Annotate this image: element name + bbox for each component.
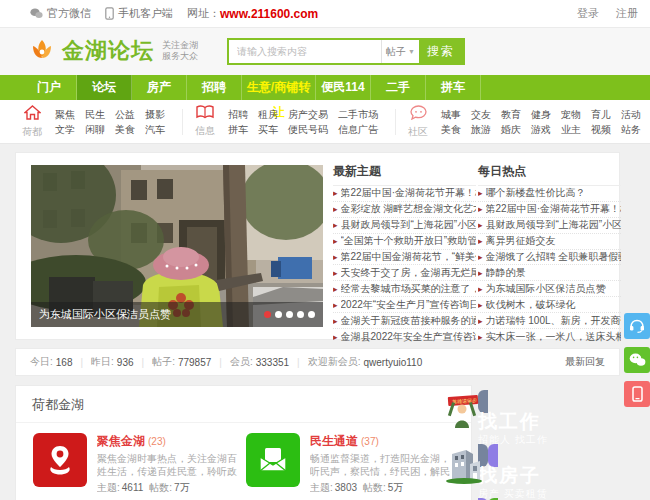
subnav-link[interactable]: 二手市场 bbox=[338, 107, 378, 122]
subnav-link[interactable]: 教育 bbox=[501, 107, 521, 122]
subnav-link[interactable]: 育儿 bbox=[591, 107, 611, 122]
topic-link[interactable]: 砍伐树木，破坏绿化 bbox=[486, 298, 576, 312]
nav-tab[interactable]: 门户 bbox=[22, 75, 77, 100]
topic-link[interactable]: 为东城国际小区保洁员点赞 bbox=[486, 282, 606, 296]
official-wechat-link[interactable]: 官方微信 bbox=[30, 6, 91, 21]
register-link[interactable]: 注册 bbox=[616, 7, 638, 19]
carousel-dot[interactable] bbox=[264, 311, 271, 318]
subnav-link[interactable]: 便民号码 bbox=[288, 122, 328, 137]
float-headset-icon[interactable] bbox=[624, 313, 650, 339]
topic-link[interactable]: 离异男征婚交友 bbox=[486, 234, 556, 248]
topic-item[interactable]: ▸实木床一张，一米八，送床头柜 bbox=[478, 329, 621, 345]
site-url[interactable]: 网址： www.211600.com bbox=[187, 6, 318, 21]
nav-tab[interactable]: 房产 bbox=[132, 75, 187, 100]
subnav-link[interactable]: 文学 bbox=[55, 122, 75, 137]
subnav-link[interactable]: 摄影 bbox=[145, 107, 165, 122]
topic-link[interactable]: 实木床一张，一米八，送床头柜 bbox=[486, 330, 621, 344]
subnav-link[interactable]: 旅游 bbox=[471, 122, 491, 137]
topic-link[interactable]: 静静的景 bbox=[486, 266, 526, 280]
subnav-link[interactable]: 游戏 bbox=[531, 122, 551, 137]
nav-tab[interactable]: 论坛 bbox=[77, 75, 132, 100]
topic-item[interactable]: ▸2022年“安全生产月”宣传咨询日活动 bbox=[333, 297, 476, 313]
carousel-dot[interactable] bbox=[308, 311, 315, 318]
nav-tab[interactable]: 招聘 bbox=[187, 75, 242, 100]
topic-item[interactable]: ▸为东城国际小区保洁员点赞 bbox=[478, 281, 621, 297]
subnav-link[interactable]: 汽车 bbox=[145, 122, 165, 137]
search-input[interactable] bbox=[229, 40, 381, 63]
topic-item[interactable]: ▸金湖县2022年安全生产宣传咨询日活动 bbox=[333, 329, 476, 345]
topic-link[interactable]: 县财政局领导到“上海花园”小区，对 bbox=[341, 218, 476, 232]
topic-link[interactable]: 天安终于交了房，金湖再无烂尾楼 bbox=[341, 266, 476, 280]
search-button[interactable]: 搜索 bbox=[419, 40, 463, 63]
mobile-client-link[interactable]: 手机客户端 bbox=[105, 6, 173, 21]
topic-item[interactable]: ▸第22届中国·金湖荷花节开幕！杉荷 bbox=[333, 186, 476, 202]
float-phone-icon[interactable] bbox=[624, 381, 650, 407]
topic-item[interactable]: ▸经常去黎城市场买菜的注意了，坑年轻 bbox=[333, 281, 476, 297]
topic-link[interactable]: 金彩绽放 湖畔艺想金湖文化艺术中心 bbox=[341, 202, 476, 216]
topic-item[interactable]: ▸力诺瑞特 100L、新房，开发商带的全 bbox=[478, 313, 621, 329]
topic-item[interactable]: ▸哪个新楼盘性价比高？ bbox=[478, 186, 621, 202]
topic-link[interactable]: 力诺瑞特 100L、新房，开发商带的全 bbox=[486, 314, 621, 328]
nav-tab[interactable]: 二手 bbox=[371, 75, 426, 100]
url-value[interactable]: www.211600.com bbox=[220, 7, 318, 21]
subnav-link[interactable]: 城事 bbox=[441, 107, 461, 122]
carousel-dot[interactable] bbox=[286, 311, 293, 318]
latest-reply-link[interactable]: 最新回复 bbox=[565, 355, 605, 369]
float-wechat-icon[interactable] bbox=[624, 347, 650, 373]
forum-icon-mail-icon[interactable] bbox=[246, 433, 300, 487]
topic-link[interactable]: 金湖县2022年安全生产宣传咨询日活动 bbox=[341, 330, 476, 344]
search-type-dropdown[interactable]: 帖子▼ bbox=[381, 40, 419, 63]
subnav-link[interactable]: 视频 bbox=[591, 122, 611, 137]
topic-link[interactable]: 哪个新楼盘性价比高？ bbox=[486, 186, 586, 200]
subnav-link[interactable]: 宠物 bbox=[561, 107, 581, 122]
subnav-link[interactable]: 聚焦 bbox=[55, 107, 75, 122]
carousel-dot[interactable] bbox=[275, 311, 282, 318]
topic-link[interactable]: 第22届中国·金湖荷花节开幕！杉荷 bbox=[341, 186, 476, 200]
topic-item[interactable]: ▸第22届中国·金湖荷花节开幕！杉荷 bbox=[478, 202, 621, 218]
subnav-link[interactable]: 信息广告 bbox=[338, 122, 378, 137]
topic-link[interactable]: “全国第十个救助开放日”救助管理 bbox=[341, 234, 476, 248]
subnav-link[interactable]: 业主 bbox=[561, 122, 581, 137]
subnav-link[interactable]: 闲聊 bbox=[85, 122, 105, 137]
topic-link[interactable]: 金湖关于新冠疫苗接种服务的通告 bbox=[341, 314, 476, 328]
topic-item[interactable]: ▸金彩绽放 湖畔艺想金湖文化艺术中心 bbox=[333, 202, 476, 218]
subnav-link[interactable]: 美食 bbox=[115, 122, 135, 137]
topic-link[interactable]: 金湖饿了么招聘 全职兼职暑假骑手10 bbox=[486, 250, 621, 264]
topic-link[interactable]: 2022年“安全生产月”宣传咨询日活动 bbox=[341, 298, 476, 312]
subnav-link[interactable]: 拼车 bbox=[228, 122, 248, 137]
topic-link[interactable]: 第22届中国金湖荷花节，“鲜美金湖” bbox=[341, 250, 476, 264]
banner-building[interactable]: 找房子房产 买卖租赁 bbox=[478, 444, 618, 500]
subnav-link[interactable]: 交友 bbox=[471, 107, 491, 122]
subnav-link[interactable]: 美食 bbox=[441, 122, 461, 137]
topic-link[interactable]: 县财政局领导到“上海花园”小区，对 bbox=[486, 218, 621, 232]
topic-item[interactable]: ▸天安终于交了房，金湖再无烂尾楼 bbox=[333, 265, 476, 281]
nav-tab[interactable]: 便民114 bbox=[316, 75, 371, 100]
topic-item[interactable]: ▸县财政局领导到“上海花园”小区，对 bbox=[478, 218, 621, 234]
subnav-link[interactable]: 公益 bbox=[115, 107, 135, 122]
login-link[interactable]: 登录 bbox=[577, 7, 599, 19]
topic-link[interactable]: 第22届中国·金湖荷花节开幕！杉荷 bbox=[486, 202, 621, 216]
topic-item[interactable]: ▸砍伐树木，破坏绿化 bbox=[478, 297, 621, 313]
banner-recruiter[interactable]: 找工作招能人 找工作英雄请留步 bbox=[478, 390, 618, 467]
carousel-dot[interactable] bbox=[297, 311, 304, 318]
topic-item[interactable]: ▸静静的景 bbox=[478, 265, 621, 281]
subnav-link[interactable]: 招聘 bbox=[228, 107, 248, 122]
nav-tab[interactable]: 拼车 bbox=[426, 75, 481, 100]
subnav-link[interactable]: 婚庆 bbox=[501, 122, 521, 137]
topic-item[interactable]: ▸县财政局领导到“上海花园”小区，对 bbox=[333, 218, 476, 234]
subnav-link[interactable]: 健身 bbox=[531, 107, 551, 122]
topic-item[interactable]: ▸离异男征婚交友 bbox=[478, 234, 621, 250]
subnav-link[interactable]: 租房 bbox=[258, 107, 278, 122]
forum-icon-pin-icon[interactable] bbox=[33, 433, 87, 487]
subnav-link[interactable]: 活动 bbox=[621, 107, 641, 122]
site-logo[interactable]: 金湖论坛 关注金湖 服务大众 bbox=[28, 36, 198, 66]
subnav-link[interactable]: 民生 bbox=[85, 107, 105, 122]
forum-name-link[interactable]: 民生通道 bbox=[310, 434, 358, 448]
forum-name-link[interactable]: 聚焦金湖 bbox=[97, 434, 145, 448]
nav-tab[interactable]: 生意/商铺转让 bbox=[242, 75, 316, 100]
subnav-link[interactable]: 房产交易 bbox=[288, 107, 328, 122]
carousel[interactable]: 为东城国际小区保洁员点赞 bbox=[31, 165, 323, 327]
topic-item[interactable]: ▸“全国第十个救助开放日”救助管理 bbox=[333, 234, 476, 250]
subnav-link[interactable]: 站务 bbox=[621, 122, 641, 137]
topic-item[interactable]: ▸金湖关于新冠疫苗接种服务的通告 bbox=[333, 313, 476, 329]
